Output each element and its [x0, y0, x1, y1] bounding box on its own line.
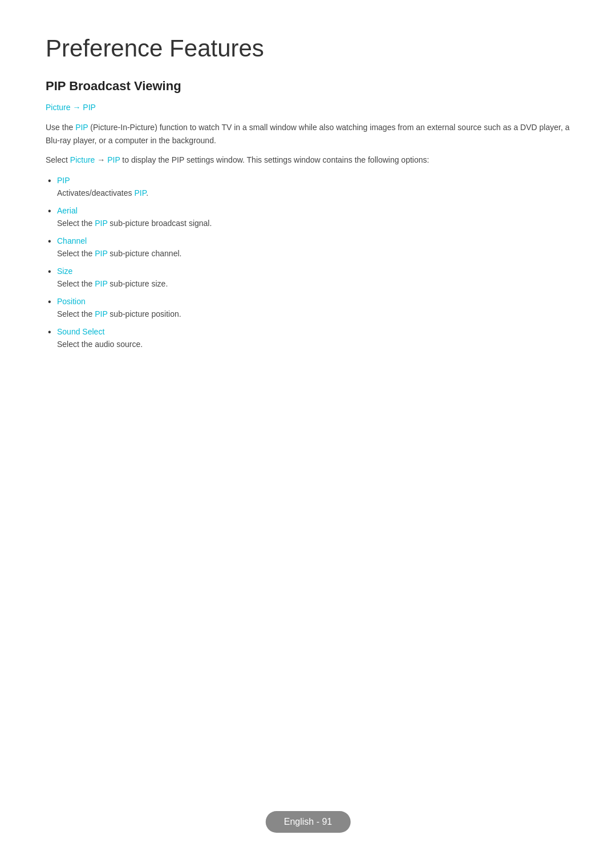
pip-inline-2: PIP [95, 219, 107, 228]
page-title: Preference Features [46, 34, 570, 63]
list-item-size: Size Select the PIP sub-picture size. [46, 267, 570, 290]
section-heading: PIP Broadcast Viewing [46, 79, 570, 94]
size-label[interactable]: Size [57, 267, 570, 276]
english-page-badge: English - 91 [266, 811, 351, 833]
picture-link[interactable]: Picture [70, 155, 95, 164]
page-container: Preference Features PIP Broadcast Viewin… [0, 0, 616, 417]
breadcrumb-arrow: → [71, 103, 83, 112]
pip-link-2[interactable]: PIP [107, 155, 120, 164]
list-item-position: Position Select the PIP sub-picture posi… [46, 297, 570, 320]
aerial-label[interactable]: Aerial [57, 206, 570, 215]
aerial-desc: Select the PIP sub-picture broadcast sig… [57, 219, 212, 228]
channel-label[interactable]: Channel [57, 236, 570, 245]
breadcrumb-picture[interactable]: Picture [46, 103, 71, 112]
sound-select-desc: Select the audio source. [57, 340, 143, 349]
list-item-channel: Channel Select the PIP sub-picture chann… [46, 236, 570, 260]
intro-paragraph-2: Select Picture → PIP to display the PIP … [46, 154, 570, 166]
sound-select-label[interactable]: Sound Select [57, 327, 570, 336]
settings-list: PIP Activates/deactivates PIP. Aerial Se… [46, 176, 570, 350]
pip-desc: Activates/deactivates PIP. [57, 188, 148, 197]
intro-paragraph-1: Use the PIP (Picture-In-Picture) functio… [46, 121, 570, 147]
pip-inline-3: PIP [95, 249, 107, 258]
pip-inline: PIP [134, 188, 146, 197]
channel-desc: Select the PIP sub-picture channel. [57, 249, 181, 258]
list-item-aerial: Aerial Select the PIP sub-picture broadc… [46, 206, 570, 229]
size-desc: Select the PIP sub-picture size. [57, 279, 168, 288]
position-desc: Select the PIP sub-picture position. [57, 309, 181, 318]
pip-label[interactable]: PIP [57, 176, 570, 185]
breadcrumb-pip[interactable]: PIP [83, 103, 96, 112]
pip-inline-4: PIP [95, 279, 107, 288]
list-item-sound-select: Sound Select Select the audio source. [46, 327, 570, 350]
breadcrumb: Picture → PIP [46, 103, 570, 112]
pip-link-1[interactable]: PIP [75, 123, 88, 132]
pip-inline-5: PIP [95, 309, 107, 318]
position-label[interactable]: Position [57, 297, 570, 306]
list-item-pip: PIP Activates/deactivates PIP. [46, 176, 570, 199]
